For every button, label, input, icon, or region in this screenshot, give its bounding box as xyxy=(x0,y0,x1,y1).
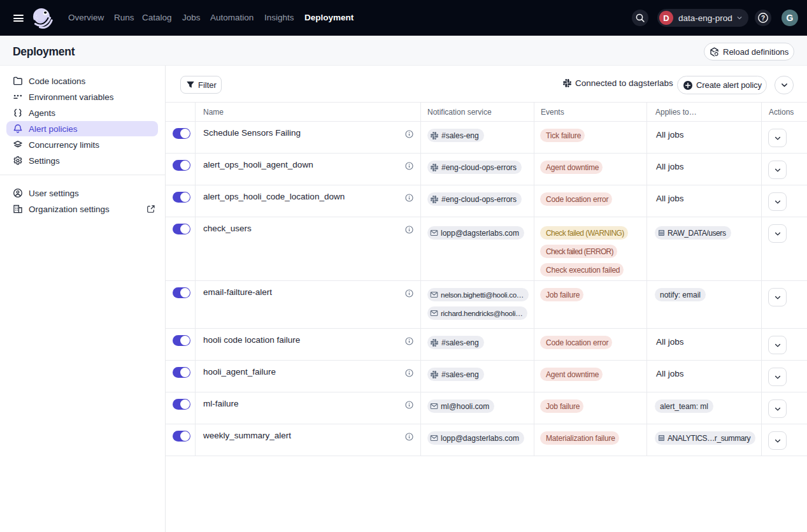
svg-text:?: ? xyxy=(761,15,765,22)
